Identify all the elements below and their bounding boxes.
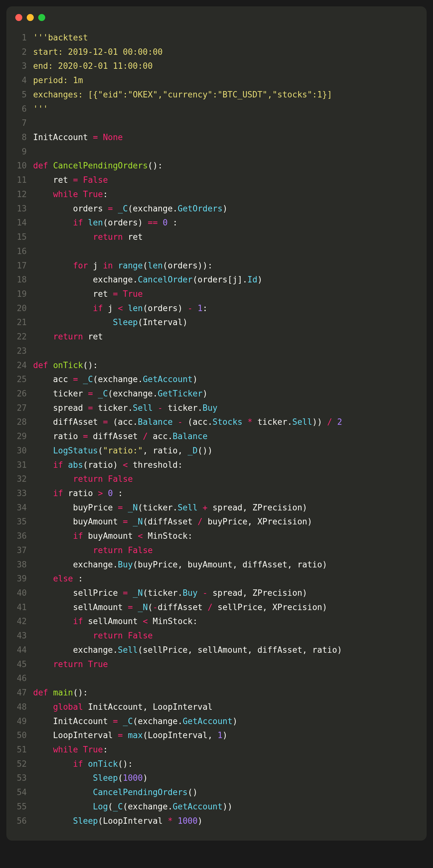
code-line[interactable]: 38 exchange.Buy(buyPrice, buyAmount, dif… (6, 558, 417, 572)
line-content[interactable]: period: 1m (33, 73, 417, 88)
line-content[interactable] (33, 116, 417, 130)
line-content[interactable]: return False (33, 543, 417, 558)
code-line[interactable]: 14 if len(orders) == 0 : (6, 216, 417, 230)
line-content[interactable]: if len(orders) == 0 : (33, 216, 417, 230)
line-content[interactable]: Log(_C(exchange.GetAccount)) (33, 800, 417, 814)
line-content[interactable]: buyAmount = _N(diffAsset / buyPrice, XPr… (33, 515, 417, 529)
line-content[interactable]: Sleep(1000) (33, 771, 417, 785)
line-content[interactable] (33, 344, 417, 358)
line-content[interactable]: def onTick(): (33, 358, 417, 373)
code-line[interactable]: 34 buyPrice = _N(ticker.Sell + spread, Z… (6, 500, 417, 515)
line-content[interactable]: CancelPendingOrders() (33, 785, 417, 800)
line-content[interactable]: def main(): (33, 686, 417, 700)
code-line[interactable]: 39 else : (6, 571, 417, 586)
code-line[interactable]: 45 return True (6, 657, 417, 672)
line-content[interactable] (33, 145, 417, 159)
line-content[interactable]: InitAccount = None (33, 130, 417, 145)
line-content[interactable]: diffAsset = (acc.Balance - (acc.Stocks *… (33, 415, 417, 429)
line-content[interactable]: LogStatus("ratio:", ratio, _D()) (33, 443, 417, 458)
code-line[interactable]: 51 while True: (6, 743, 417, 757)
code-line[interactable]: 41 sellAmount = _N(-diffAsset / sellPric… (6, 600, 417, 615)
code-line[interactable]: 49 InitAccount = _C(exchange.GetAccount) (6, 714, 417, 728)
zoom-icon[interactable] (38, 14, 45, 21)
code-line[interactable]: 6''' (6, 102, 417, 116)
line-content[interactable]: global InitAccount, LoopInterval (33, 700, 417, 714)
line-content[interactable]: orders = _C(exchange.GetOrders) (33, 202, 417, 216)
line-content[interactable]: if buyAmount < MinStock: (33, 529, 417, 543)
code-line[interactable]: 33 if ratio > 0 : (6, 486, 417, 500)
line-content[interactable]: InitAccount = _C(exchange.GetAccount) (33, 714, 417, 728)
line-content[interactable]: return True (33, 657, 417, 672)
code-line[interactable]: 30 LogStatus("ratio:", ratio, _D()) (6, 443, 417, 458)
code-line[interactable]: 40 sellPrice = _N(ticker.Buy - spread, Z… (6, 586, 417, 600)
line-content[interactable]: sellPrice = _N(ticker.Buy - spread, ZPre… (33, 586, 417, 600)
code-line[interactable]: 23 (6, 344, 417, 358)
code-line[interactable]: 43 return False (6, 628, 417, 643)
line-content[interactable]: while True: (33, 187, 417, 202)
code-line[interactable]: 22 return ret (6, 330, 417, 344)
line-content[interactable]: exchanges: [{"eid":"OKEX","currency":"BT… (33, 88, 417, 102)
code-line[interactable]: 36 if buyAmount < MinStock: (6, 529, 417, 543)
code-line[interactable]: 3end: 2020-02-01 11:00:00 (6, 59, 417, 73)
code-line[interactable]: 46 (6, 671, 417, 686)
line-content[interactable]: ret = True (33, 287, 417, 301)
code-line[interactable]: 8InitAccount = None (6, 130, 417, 145)
code-line[interactable]: 19 ret = True (6, 287, 417, 301)
code-line[interactable]: 50 LoopInterval = max(LoopInterval, 1) (6, 728, 417, 743)
code-line[interactable]: 26 ticker = _C(exchange.GetTicker) (6, 386, 417, 401)
line-content[interactable]: sellAmount = _N(-diffAsset / sellPrice, … (33, 600, 417, 615)
code-line[interactable]: 25 acc = _C(exchange.GetAccount) (6, 372, 417, 386)
code-line[interactable]: 44 exchange.Sell(sellPrice, sellAmount, … (6, 643, 417, 657)
line-content[interactable]: if ratio > 0 : (33, 486, 417, 500)
code-line[interactable]: 16 (6, 244, 417, 258)
line-content[interactable]: Sleep(LoopInterval * 1000) (33, 814, 417, 828)
code-line[interactable]: 15 return ret (6, 230, 417, 244)
close-icon[interactable] (15, 14, 22, 21)
line-content[interactable]: return False (33, 628, 417, 643)
line-content[interactable]: exchange.Sell(sellPrice, sellAmount, dif… (33, 643, 417, 657)
line-content[interactable]: def CancelPendingOrders(): (33, 159, 417, 173)
line-content[interactable] (33, 671, 417, 686)
code-line[interactable]: 52 if onTick(): (6, 757, 417, 771)
line-content[interactable] (33, 244, 417, 258)
code-line[interactable]: 12 while True: (6, 187, 417, 202)
line-content[interactable]: ratio = diffAsset / acc.Balance (33, 429, 417, 443)
line-content[interactable]: if sellAmount < MinStock: (33, 614, 417, 628)
line-content[interactable]: ret = False (33, 173, 417, 187)
line-content[interactable]: for j in range(len(orders)): (33, 258, 417, 273)
code-line[interactable]: 55 Log(_C(exchange.GetAccount)) (6, 800, 417, 814)
code-line[interactable]: 9 (6, 145, 417, 159)
code-line[interactable]: 10def CancelPendingOrders(): (6, 159, 417, 173)
code-line[interactable]: 32 return False (6, 472, 417, 486)
line-content[interactable]: exchange.CancelOrder(orders[j].Id) (33, 273, 417, 287)
code-line[interactable]: 48 global InitAccount, LoopInterval (6, 700, 417, 714)
code-line[interactable]: 24def onTick(): (6, 358, 417, 373)
minimize-icon[interactable] (27, 14, 34, 21)
line-content[interactable]: while True: (33, 743, 417, 757)
code-line[interactable]: 27 spread = ticker.Sell - ticker.Buy (6, 401, 417, 415)
line-content[interactable]: if abs(ratio) < threshold: (33, 458, 417, 472)
line-content[interactable]: acc = _C(exchange.GetAccount) (33, 372, 417, 386)
line-content[interactable]: end: 2020-02-01 11:00:00 (33, 59, 417, 73)
code-line[interactable]: 1'''backtest (6, 31, 417, 45)
line-content[interactable]: if j < len(orders) - 1: (33, 301, 417, 315)
code-line[interactable]: 31 if abs(ratio) < threshold: (6, 458, 417, 472)
code-line[interactable]: 21 Sleep(Interval) (6, 315, 417, 330)
code-line[interactable]: 37 return False (6, 543, 417, 558)
line-content[interactable]: spread = ticker.Sell - ticker.Buy (33, 401, 417, 415)
code-line[interactable]: 56 Sleep(LoopInterval * 1000) (6, 814, 417, 828)
code-line[interactable]: 20 if j < len(orders) - 1: (6, 301, 417, 315)
code-line[interactable]: 4period: 1m (6, 73, 417, 88)
code-line[interactable]: 17 for j in range(len(orders)): (6, 258, 417, 273)
code-line[interactable]: 2start: 2019-12-01 00:00:00 (6, 45, 417, 59)
line-content[interactable]: return False (33, 472, 417, 486)
code-line[interactable]: 35 buyAmount = _N(diffAsset / buyPrice, … (6, 515, 417, 529)
line-content[interactable]: exchange.Buy(buyPrice, buyAmount, diffAs… (33, 558, 417, 572)
code-line[interactable]: 11 ret = False (6, 173, 417, 187)
line-content[interactable]: if onTick(): (33, 757, 417, 771)
code-line[interactable]: 47def main(): (6, 686, 417, 700)
code-editor[interactable]: 1'''backtest2start: 2019-12-01 00:00:003… (6, 24, 427, 828)
code-line[interactable]: 28 diffAsset = (acc.Balance - (acc.Stock… (6, 415, 417, 429)
line-content[interactable]: return ret (33, 230, 417, 244)
line-content[interactable]: ''' (33, 102, 417, 116)
